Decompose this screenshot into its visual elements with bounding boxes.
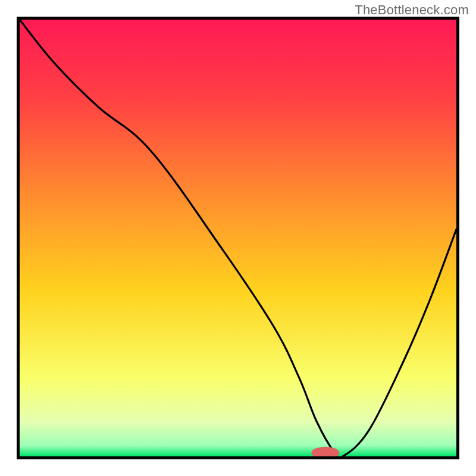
- chart-frame: TheBottleneck.com: [0, 0, 476, 476]
- watermark-text: TheBottleneck.com: [355, 2, 469, 18]
- plot-area: [17, 17, 459, 459]
- gradient-rect: [20, 20, 456, 456]
- chart-svg: [20, 20, 456, 456]
